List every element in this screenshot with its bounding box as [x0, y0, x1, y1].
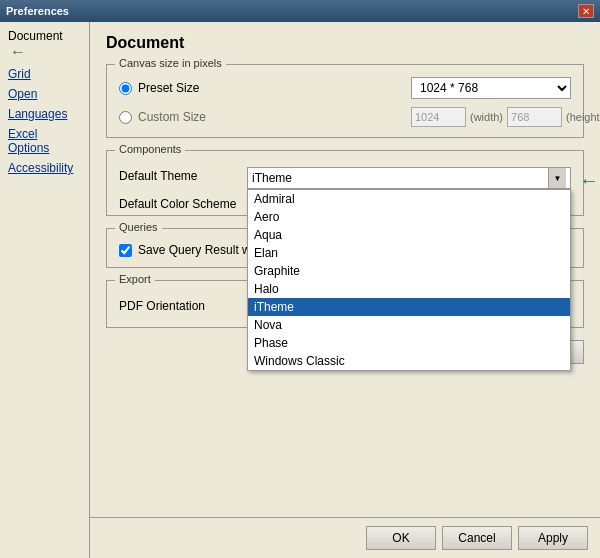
- components-group-label: Components: [115, 143, 185, 155]
- annotation-arrow: ←: [579, 169, 599, 192]
- theme-label: Default Theme: [119, 167, 239, 183]
- theme-option-halo[interactable]: Halo: [248, 280, 570, 298]
- canvas-size-group: Canvas size in pixels Preset Size 1024 *…: [106, 64, 584, 138]
- canvas-group-label: Canvas size in pixels: [115, 57, 226, 69]
- custom-row: Custom Size (width) (height): [119, 107, 571, 127]
- components-group: Components Default Theme iTheme ▼ Admira…: [106, 150, 584, 216]
- export-group-label: Export: [115, 273, 155, 285]
- save-query-checkbox[interactable]: [119, 244, 132, 257]
- main-container: Document ← Grid Open Languages Excel Opt…: [0, 22, 600, 558]
- color-scheme-label: Default Color Scheme: [119, 195, 239, 211]
- pdf-orientation-label: PDF Orientation: [119, 299, 239, 313]
- title-bar: Preferences ✕: [0, 0, 600, 22]
- close-button[interactable]: ✕: [578, 4, 594, 18]
- height-label: (height): [566, 111, 600, 123]
- cancel-button[interactable]: Cancel: [442, 526, 512, 550]
- preset-label: Preset Size: [138, 81, 199, 95]
- theme-dropdown-wrapper: iTheme ▼ Admiral Aero Aqua Elan Graphite…: [247, 167, 571, 189]
- bottom-bar: OK Cancel Apply: [90, 517, 600, 558]
- height-input[interactable]: [507, 107, 562, 127]
- theme-option-itheme[interactable]: iTheme: [248, 298, 570, 316]
- theme-row: Default Theme iTheme ▼ Admiral Aero Aqua: [119, 167, 571, 189]
- arrow-icon: ←: [10, 43, 26, 61]
- theme-option-windows-classic[interactable]: Windows Classic: [248, 352, 570, 370]
- theme-dropdown-list: Admiral Aero Aqua Elan Graphite Halo iTh…: [247, 189, 571, 371]
- theme-option-aero[interactable]: Aero: [248, 208, 570, 226]
- theme-option-graphite[interactable]: Graphite: [248, 262, 570, 280]
- sidebar-item-languages[interactable]: Languages: [0, 104, 89, 124]
- queries-group-label: Queries: [115, 221, 162, 233]
- ok-button[interactable]: OK: [366, 526, 436, 550]
- theme-dropdown[interactable]: iTheme ▼: [247, 167, 571, 189]
- sidebar: Document ← Grid Open Languages Excel Opt…: [0, 22, 90, 558]
- preset-select[interactable]: 1024 * 768 800 * 600 1280 * 1024 1920 * …: [411, 77, 571, 99]
- preset-row: Preset Size 1024 * 768 800 * 600 1280 * …: [119, 77, 571, 99]
- sidebar-item-excel-options[interactable]: Excel Options: [0, 124, 89, 158]
- sidebar-item-open[interactable]: Open: [0, 84, 89, 104]
- custom-radio[interactable]: [119, 111, 132, 124]
- preset-radio[interactable]: [119, 82, 132, 95]
- theme-dropdown-arrow[interactable]: ▼: [548, 168, 566, 188]
- sidebar-item-grid[interactable]: Grid: [0, 64, 89, 84]
- width-input[interactable]: [411, 107, 466, 127]
- theme-option-admiral[interactable]: Admiral: [248, 190, 570, 208]
- page-title: Document: [106, 34, 584, 52]
- theme-option-aqua[interactable]: Aqua: [248, 226, 570, 244]
- title-bar-title: Preferences: [6, 5, 69, 17]
- width-label: (width): [470, 111, 503, 123]
- apply-button[interactable]: Apply: [518, 526, 588, 550]
- content-area: Document Canvas size in pixels Preset Si…: [90, 22, 600, 517]
- sidebar-item-accessibility[interactable]: Accessibility: [0, 158, 89, 178]
- theme-option-nova[interactable]: Nova: [248, 316, 570, 334]
- theme-option-phase[interactable]: Phase: [248, 334, 570, 352]
- theme-option-elan[interactable]: Elan: [248, 244, 570, 262]
- sidebar-item-document[interactable]: Document ←: [0, 26, 89, 64]
- custom-label: Custom Size: [138, 110, 206, 124]
